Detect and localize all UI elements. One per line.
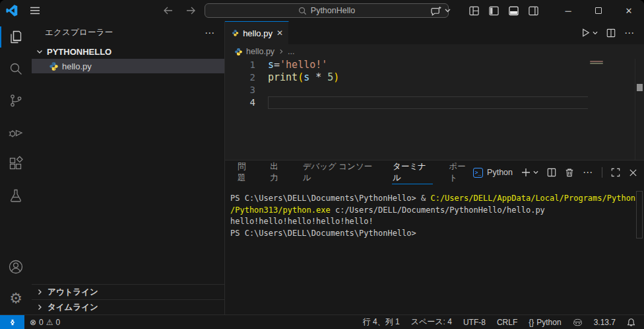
- panel-tab-item[interactable]: ポート: [449, 161, 474, 184]
- error-icon: ⊗: [30, 318, 36, 327]
- copilot-icon: [431, 5, 442, 16]
- code-line[interactable]: 4: [225, 96, 644, 109]
- vscode-window: PythonHello ─ ✕: [0, 0, 644, 329]
- section-label: アウトライン: [48, 287, 98, 298]
- customize-layout-icon[interactable]: [469, 6, 479, 16]
- section-label: タイムライン: [48, 302, 98, 313]
- code-line[interactable]: 3: [225, 84, 644, 96]
- panel-tab-item[interactable]: 問題: [237, 161, 253, 184]
- extensions-icon: [8, 156, 24, 172]
- plus-icon: [521, 168, 531, 177]
- maximize-panel-icon[interactable]: [611, 168, 620, 177]
- tree-item-file[interactable]: hello.py: [32, 59, 224, 73]
- kill-terminal-icon[interactable]: [565, 168, 574, 177]
- maximize-button[interactable]: [583, 0, 614, 21]
- close-button[interactable]: ✕: [614, 0, 644, 21]
- toggle-secondary-sidebar-icon[interactable]: [529, 6, 538, 16]
- code-editor[interactable]: 1s='hello!'2print(s * 5)34: [225, 59, 644, 160]
- terminal-instance[interactable]: >_ Python: [473, 168, 513, 178]
- remote-icon: [8, 318, 17, 327]
- activity-testing[interactable]: [0, 180, 32, 211]
- close-panel-icon[interactable]: [629, 168, 637, 177]
- outline-section[interactable]: アウトライン: [32, 284, 224, 299]
- vscode-logo-icon: [6, 5, 18, 17]
- split-terminal-icon[interactable]: [547, 168, 556, 177]
- gear-icon: ⚙: [9, 291, 22, 306]
- panel-tab-item[interactable]: デバッグ コンソール: [302, 161, 376, 184]
- python-icon: [234, 48, 243, 56]
- tree-item-folder[interactable]: PYTHONHELLO: [32, 44, 224, 59]
- scrollbar-thumb[interactable]: [637, 84, 643, 91]
- braces-icon: {}: [529, 318, 534, 327]
- activity-bar: ⚙: [0, 21, 32, 314]
- terminal-line: PS C:\Users\DELL\Documents\PythonHello>: [230, 228, 639, 240]
- bell-icon[interactable]: [627, 318, 635, 327]
- breadcrumb-file[interactable]: hello.py: [246, 47, 274, 56]
- panel-tabs: 問題出力デバッグ コンソールターミナルポート: [237, 161, 473, 184]
- activity-explorer[interactable]: [0, 21, 32, 53]
- minimize-button[interactable]: ─: [553, 0, 583, 21]
- chevron-right-icon: [36, 288, 44, 296]
- sidebar-more-actions-icon[interactable]: ⋯: [205, 27, 215, 39]
- terminal-line: hello!hello!hello!hello!hello!: [230, 216, 639, 228]
- run-python-button[interactable]: [581, 28, 598, 38]
- nav-back-icon[interactable]: [161, 3, 176, 18]
- code-text: print(s * 5): [268, 71, 339, 84]
- maximize-icon: [595, 7, 602, 14]
- activity-source-control[interactable]: [0, 85, 32, 116]
- warning-count: 0: [56, 318, 61, 327]
- workbench: ⚙ エクスプローラー ⋯ PYTHONHELLO hello.py アウトライン: [0, 21, 644, 314]
- activity-extensions[interactable]: [0, 148, 32, 180]
- terminal-line: /Python313/python.exe c:/Users/DELL/Docu…: [230, 205, 639, 217]
- copilot-button[interactable]: [424, 5, 457, 16]
- activity-account[interactable]: [0, 251, 32, 283]
- activity-search[interactable]: [0, 53, 32, 85]
- toggle-sidebar-icon[interactable]: [489, 6, 499, 16]
- eol-sequence[interactable]: CRLF: [497, 318, 517, 327]
- sidebar-header: エクスプローラー ⋯: [32, 21, 224, 44]
- code-line[interactable]: 2print(s * 5): [225, 71, 644, 84]
- editor-scrollbar[interactable]: [635, 59, 644, 160]
- command-center-search[interactable]: PythonHello: [205, 3, 449, 18]
- menu-icon[interactable]: [26, 5, 44, 16]
- problems-status[interactable]: ⊗ 0 ⚠ 0: [24, 318, 65, 327]
- cursor-position[interactable]: 行 4、列 1: [363, 316, 400, 328]
- panel-tab-active[interactable]: ターミナル: [392, 161, 432, 184]
- panel-more-actions-icon[interactable]: ⋯: [583, 169, 593, 176]
- chevron-right-icon: [278, 48, 284, 55]
- history-nav: [161, 3, 198, 18]
- remote-indicator[interactable]: [0, 315, 24, 329]
- chevron-down-icon: [533, 170, 538, 174]
- activity-run-debug[interactable]: [0, 116, 32, 148]
- breadcrumb-more[interactable]: ...: [288, 47, 294, 56]
- timeline-section[interactable]: タイムライン: [32, 299, 224, 314]
- status-bar: ⊗ 0 ⚠ 0 行 4、列 1 スペース: 4 UTF-8 CRLF {} Py…: [0, 314, 644, 329]
- new-terminal-button[interactable]: [521, 168, 538, 177]
- breadcrumb[interactable]: hello.py ...: [225, 44, 644, 59]
- split-editor-icon[interactable]: [606, 28, 616, 38]
- copilot-status-icon[interactable]: [573, 318, 583, 326]
- tab-close-icon[interactable]: ✕: [276, 28, 283, 38]
- terminal-scrollbar[interactable]: [636, 191, 643, 238]
- tab-hello-py[interactable]: hello.py ✕: [225, 21, 289, 44]
- search-value: PythonHello: [311, 6, 355, 15]
- chevron-down-icon: [445, 9, 451, 13]
- code-line[interactable]: 1s='hello!': [225, 59, 644, 71]
- search-icon: [298, 7, 307, 15]
- search-icon: [8, 61, 24, 77]
- more-actions-icon[interactable]: ⋯: [624, 30, 635, 36]
- indentation[interactable]: スペース: 4: [411, 316, 452, 328]
- minimap[interactable]: [590, 61, 603, 65]
- toggle-panel-icon[interactable]: [509, 6, 519, 16]
- activity-settings[interactable]: ⚙: [0, 283, 32, 314]
- terminal-icon: >_: [473, 168, 483, 178]
- git-branch-icon: [8, 92, 24, 108]
- layout-controls: [469, 6, 538, 16]
- editor-area: hello.py ✕ ⋯ hello.py: [225, 21, 644, 160]
- nav-forward-icon[interactable]: [183, 3, 198, 18]
- terminal[interactable]: PS C:\Users\DELL\Documents\PythonHello> …: [225, 184, 644, 314]
- language-mode[interactable]: {} Python: [529, 318, 561, 327]
- encoding[interactable]: UTF-8: [463, 318, 486, 327]
- panel-tab-item[interactable]: 出力: [269, 161, 286, 184]
- python-interpreter-version[interactable]: 3.13.7: [594, 318, 616, 327]
